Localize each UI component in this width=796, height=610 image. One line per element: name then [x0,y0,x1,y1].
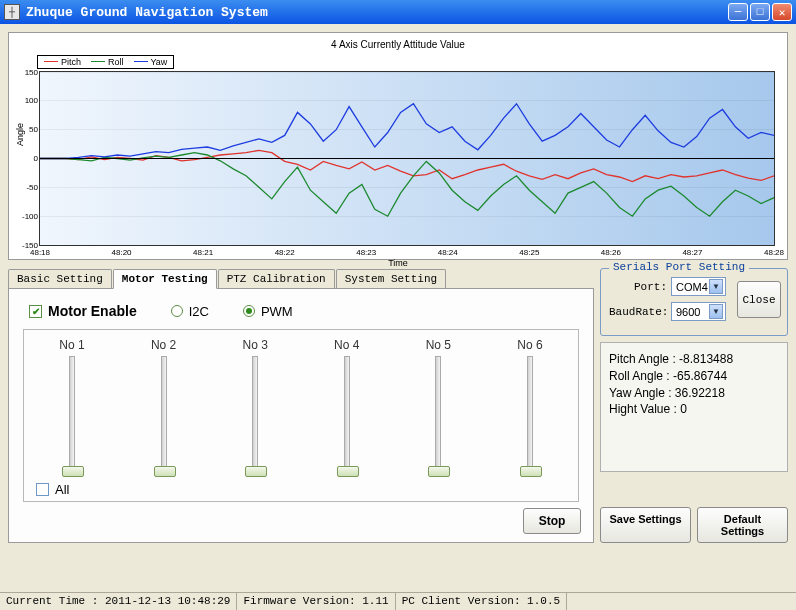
x-tick: 48:21 [193,248,213,257]
legend-yaw: Yaw [151,57,168,67]
baud-value: 9600 [676,306,700,318]
stop-button[interactable]: Stop [523,508,581,534]
slider-label: No 6 [517,338,542,352]
pitch-readout: Pitch Angle : -8.813488 [609,351,779,368]
protocol-pwm-radio[interactable]: PWM [243,304,293,319]
slider-track[interactable] [344,356,350,476]
slider-thumb[interactable] [337,466,359,477]
x-tick: 48:22 [275,248,295,257]
y-tick: 150 [18,67,38,76]
roll-readout: Roll Angle : -65.86744 [609,368,779,385]
slider-track[interactable] [69,356,75,476]
slider-track[interactable] [435,356,441,476]
app-icon: ┼ [4,4,20,20]
chart-body: -150-100-5005010015048:1848:2048:2148:22… [39,71,775,246]
default-settings-button[interactable]: Default Settings [697,507,788,543]
slider-thumb[interactable] [62,466,84,477]
serial-port-group: Serials Port Setting Port: COM4 ▼ BaudRa… [600,268,788,336]
motor-enable-label: Motor Enable [48,303,137,319]
motor-slider-2[interactable]: No 2 [134,338,194,476]
y-tick: 0 [18,154,38,163]
tab-motor-testing[interactable]: Motor Testing [113,269,217,289]
x-tick: 48:18 [30,248,50,257]
tab-basic-setting[interactable]: Basic Setting [8,269,112,289]
radio-icon [171,305,183,317]
series-yaw [40,103,774,158]
series-pitch [40,150,774,181]
x-tick: 48:20 [112,248,132,257]
x-tick: 48:27 [682,248,702,257]
y-tick: -100 [18,211,38,220]
chevron-down-icon: ▼ [709,304,723,319]
motor-slider-4[interactable]: No 4 [317,338,377,476]
save-settings-button[interactable]: Save Settings [600,507,691,543]
port-combo[interactable]: COM4 ▼ [671,277,726,296]
slider-label: No 4 [334,338,359,352]
all-label: All [55,482,69,497]
status-firmware: Firmware Version: 1.11 [237,593,395,610]
motor-slider-6[interactable]: No 6 [500,338,560,476]
radio-icon [243,305,255,317]
series-roll [40,152,774,216]
window-title: Zhuque Ground Navigation System [26,5,728,20]
all-checkbox[interactable]: All [36,482,566,497]
slider-label: No 5 [426,338,451,352]
motor-slider-1[interactable]: No 1 [42,338,102,476]
motor-enable-checkbox[interactable]: ✔ Motor Enable [29,303,137,319]
protocol-i2c-radio[interactable]: I2C [171,304,209,319]
yaw-readout: Yaw Angle : 36.92218 [609,385,779,402]
checkmark-icon: ✔ [29,305,42,318]
x-tick: 48:23 [356,248,376,257]
baudrate-combo[interactable]: 9600 ▼ [671,302,726,321]
tab-ptz-calibration[interactable]: PTZ Calibration [218,269,335,289]
slider-thumb[interactable] [154,466,176,477]
minimize-button[interactable]: ─ [728,3,748,21]
slider-thumb[interactable] [428,466,450,477]
baud-label: BaudRate: [609,306,667,318]
legend-roll: Roll [108,57,124,67]
chevron-down-icon: ▼ [709,279,723,294]
sliders-panel: No 1No 2No 3No 4No 5No 6 All [23,329,579,502]
chart-panel: 4 Axis Currently Attitude Value Pitch Ro… [8,32,788,260]
serial-close-button[interactable]: Close [737,281,781,318]
chart-title: 4 Axis Currently Attitude Value [17,37,779,52]
slider-thumb[interactable] [520,466,542,477]
tab-content-motor-testing: ✔ Motor Enable I2C PWM No 1No 2No 3No 4N… [8,288,594,543]
motor-slider-5[interactable]: No 5 [408,338,468,476]
slider-track[interactable] [527,356,533,476]
serial-group-title: Serials Port Setting [609,261,749,273]
slider-label: No 1 [59,338,84,352]
angle-readout: Pitch Angle : -8.813488 Roll Angle : -65… [600,342,788,472]
slider-thumb[interactable] [245,466,267,477]
legend-pitch: Pitch [61,57,81,67]
x-tick: 48:24 [438,248,458,257]
y-tick: -50 [18,182,38,191]
protocol-i2c-label: I2C [189,304,209,319]
y-tick: 100 [18,96,38,105]
slider-label: No 2 [151,338,176,352]
x-tick: 48:26 [601,248,621,257]
status-bar: Current Time : 2011-12-13 10:48:29 Firmw… [0,592,796,610]
maximize-button[interactable]: □ [750,3,770,21]
height-readout: Hight Value : 0 [609,401,779,418]
slider-label: No 3 [243,338,268,352]
y-tick: 50 [18,125,38,134]
motor-slider-3[interactable]: No 3 [225,338,285,476]
tab-system-setting[interactable]: System Setting [336,269,446,289]
protocol-pwm-label: PWM [261,304,293,319]
port-label: Port: [609,281,667,293]
tab-host: Basic SettingMotor TestingPTZ Calibratio… [8,268,594,543]
slider-track[interactable] [161,356,167,476]
window-close-button[interactable]: ✕ [772,3,792,21]
titlebar[interactable]: ┼ Zhuque Ground Navigation System ─ □ ✕ [0,0,796,24]
checkbox-icon [36,483,49,496]
chart-legend: Pitch Roll Yaw [37,55,174,69]
status-time: Current Time : 2011-12-13 10:48:29 [0,593,237,610]
port-value: COM4 [676,281,708,293]
slider-track[interactable] [252,356,258,476]
x-tick: 48:25 [519,248,539,257]
x-tick: 48:28 [764,248,784,257]
status-pc-client: PC Client Version: 1.0.5 [396,593,567,610]
